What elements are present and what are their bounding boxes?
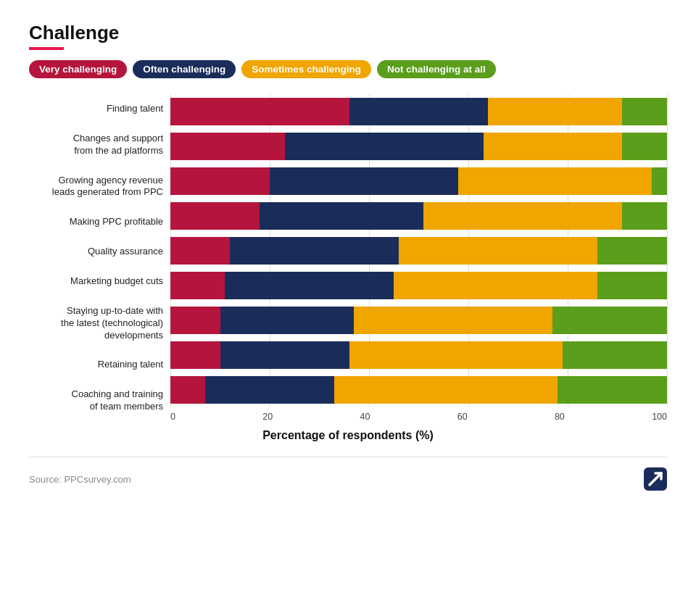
bar-row-3: [170, 202, 667, 230]
chart-area: Finding talentChanges and supportfrom th…: [29, 94, 667, 422]
bar-segment-often-6: [220, 307, 355, 334]
legend-item-often: Often challenging: [133, 60, 236, 78]
y-label-8: Coaching and trainingof team members: [29, 388, 163, 413]
bar-segment-often-4: [230, 237, 399, 265]
bar-segment-very-4: [170, 237, 230, 265]
bar-row-7: [170, 341, 667, 369]
bar-segment-often-2: [270, 167, 458, 195]
bar-segment-not-0: [622, 98, 667, 125]
bar-row-5: [170, 272, 667, 299]
x-axis-label-0: 0: [170, 412, 175, 422]
bar-segment-very-8: [170, 376, 205, 404]
y-label-6: Staying up-to-date withthe latest (techn…: [29, 305, 163, 342]
bar-segment-often-8: [205, 376, 334, 404]
bar-segment-not-1: [622, 133, 667, 160]
x-axis-title: Percentage of respondents (%): [29, 429, 667, 442]
bar-segment-not-6: [552, 307, 667, 334]
bar-row-6: [170, 307, 667, 334]
bar-row-8: [170, 376, 667, 404]
title-underline: [29, 47, 64, 50]
bar-segment-sometimes-2: [458, 167, 652, 195]
bar-segment-very-1: [170, 133, 285, 160]
bar-segment-very-7: [170, 341, 220, 369]
bar-segment-very-5: [170, 272, 225, 299]
bar-row-1: [170, 133, 667, 160]
brand-logo-icon: [644, 467, 667, 491]
bar-segment-sometimes-6: [354, 307, 552, 334]
bars-container: [170, 94, 667, 407]
bar-row-4: [170, 237, 667, 265]
legend-item-very: Very challenging: [29, 60, 127, 78]
bar-segment-sometimes-4: [399, 237, 597, 265]
x-axis-label-40: 40: [360, 412, 370, 422]
source-bar: Source: PPCsurvey.com: [29, 457, 667, 491]
bar-row-0: [170, 98, 667, 125]
x-axis-label-20: 20: [262, 412, 273, 422]
bar-segment-sometimes-8: [334, 376, 558, 404]
bar-segment-very-0: [170, 98, 349, 125]
x-axis: 020406080100: [170, 407, 667, 422]
y-labels: Finding talentChanges and supportfrom th…: [29, 94, 170, 422]
bar-segment-sometimes-5: [394, 272, 597, 299]
bar-segment-not-8: [558, 376, 667, 404]
bars-and-grid: 020406080100: [170, 94, 667, 422]
bar-segment-often-3: [260, 202, 423, 230]
y-label-7: Retaining talent: [29, 359, 163, 371]
y-label-4: Quality assurance: [29, 246, 163, 258]
bar-segment-not-7: [563, 341, 667, 369]
bar-segment-not-4: [597, 237, 667, 265]
bar-row-2: [170, 167, 667, 195]
y-label-2: Growing agency revenueleads generated fr…: [29, 175, 163, 199]
grid-line-100: [667, 94, 668, 407]
bar-segment-not-5: [597, 272, 667, 299]
bar-segment-often-0: [349, 98, 489, 125]
legend-item-sometimes: Sometimes challenging: [241, 60, 371, 78]
y-label-1: Changes and supportfrom the ad platforms: [29, 133, 163, 157]
x-axis-label-80: 80: [555, 412, 565, 422]
bar-segment-not-2: [652, 167, 667, 195]
bar-segment-very-2: [170, 167, 270, 195]
bar-segment-sometimes-7: [349, 341, 563, 369]
bar-segment-often-7: [220, 341, 349, 369]
bar-segment-very-6: [170, 307, 220, 334]
source-text: Source: PPCsurvey.com: [29, 474, 131, 485]
x-axis-label-60: 60: [457, 412, 468, 422]
bar-segment-sometimes-0: [488, 98, 622, 125]
bar-segment-sometimes-1: [484, 133, 623, 160]
chart-title: Challenge: [29, 22, 667, 44]
legend-item-not: Not challenging at all: [377, 60, 496, 78]
y-label-5: Marketing budget cuts: [29, 275, 163, 288]
bar-segment-very-3: [170, 202, 260, 230]
bar-segment-not-3: [622, 202, 667, 230]
y-label-0: Finding talent: [29, 103, 163, 115]
legend: Very challengingOften challengingSometim…: [29, 60, 667, 78]
bar-segment-often-5: [225, 272, 394, 299]
x-axis-label-100: 100: [652, 412, 667, 422]
bar-segment-sometimes-3: [423, 202, 622, 230]
y-label-3: Making PPC profitable: [29, 216, 163, 228]
bar-segment-often-1: [285, 133, 484, 160]
